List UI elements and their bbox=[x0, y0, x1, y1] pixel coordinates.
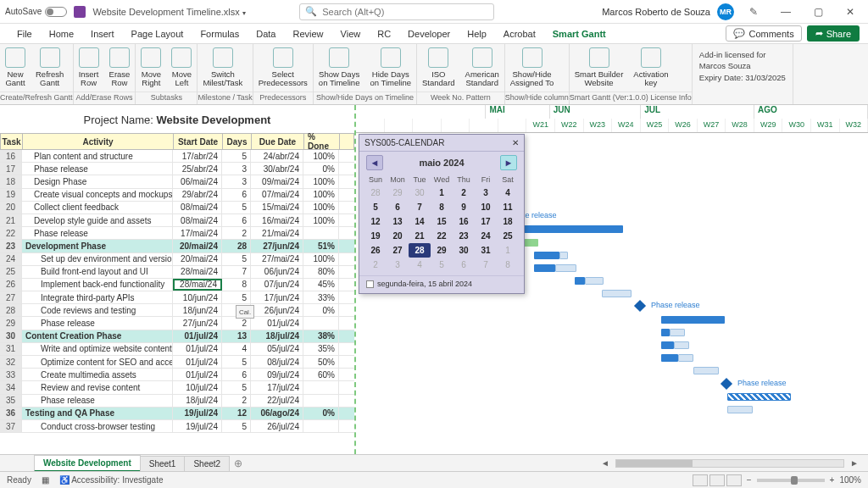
menu-tab-file[interactable]: File bbox=[8, 25, 41, 42]
table-row[interactable]: 28Code reviews and testing18/jun/24626/j… bbox=[0, 304, 354, 317]
calendar-day[interactable]: 19 bbox=[364, 229, 387, 243]
gantt-bar[interactable] bbox=[534, 252, 559, 259]
calendar-day[interactable]: 28 bbox=[409, 243, 431, 258]
filename[interactable]: Website Development Timeline.xlsx▾ bbox=[92, 7, 245, 17]
table-row[interactable]: 36Testing and QA Phase19/jul/241206/ago/… bbox=[0, 408, 354, 420]
menu-tab-data[interactable]: Data bbox=[248, 25, 284, 42]
calendar-day[interactable]: 26 bbox=[364, 243, 387, 258]
calendar-day[interactable]: 8 bbox=[431, 200, 453, 214]
col-days[interactable]: Days bbox=[223, 134, 252, 149]
menu-tab-formulas[interactable]: Formulas bbox=[192, 25, 248, 42]
autosave-toggle[interactable]: AutoSave bbox=[5, 7, 67, 17]
table-row[interactable]: 18Design Phase06/mai/24309/mai/24100% bbox=[0, 175, 354, 188]
calendar-day[interactable]: 3 bbox=[475, 186, 497, 200]
ribbon-iso[interactable]: ISOStandard bbox=[417, 46, 460, 92]
calendar-day[interactable]: 13 bbox=[387, 214, 409, 229]
gantt-bar[interactable] bbox=[678, 354, 693, 362]
calendar-day[interactable]: 6 bbox=[453, 258, 475, 272]
gantt-bar[interactable] bbox=[693, 367, 719, 374]
ribbon-move[interactable]: MoveRight bbox=[136, 46, 166, 92]
calendar-day[interactable]: 8 bbox=[497, 258, 519, 272]
milestone-icon[interactable] bbox=[721, 377, 732, 389]
ribbon-refresh[interactable]: RefreshGantt bbox=[31, 46, 69, 92]
table-row[interactable]: 21Develop style guide and assets08/mai/2… bbox=[0, 214, 354, 227]
col-due[interactable]: Due Date bbox=[252, 134, 304, 149]
menu-tab-home[interactable]: Home bbox=[41, 25, 82, 42]
table-row[interactable]: 16Plan content and structure17/abr/24524… bbox=[0, 150, 354, 163]
ribbon-switch[interactable]: SwitchMilest/Task bbox=[198, 46, 248, 92]
gantt-bar[interactable] bbox=[661, 329, 670, 336]
ribbon-erase[interactable]: EraseRow bbox=[104, 46, 136, 92]
gantt-bar[interactable] bbox=[513, 225, 623, 233]
calendar-day[interactable]: 30 bbox=[453, 243, 475, 258]
table-row[interactable]: 20Collect client feedback08/mai/24515/ma… bbox=[0, 202, 354, 214]
calendar-day[interactable]: 30 bbox=[409, 186, 431, 200]
calendar-day[interactable]: 22 bbox=[431, 229, 453, 243]
calendar-day[interactable]: 25 bbox=[497, 229, 519, 243]
menu-tab-page-layout[interactable]: Page Layout bbox=[123, 25, 192, 42]
calendar-button[interactable]: Cal. bbox=[236, 305, 254, 319]
calendar-day[interactable]: 23 bbox=[453, 229, 475, 243]
gantt-bar[interactable] bbox=[727, 406, 753, 413]
calendar-day[interactable]: 7 bbox=[475, 258, 497, 272]
ribbon-select[interactable]: SelectPredecessors bbox=[253, 46, 313, 92]
share-button[interactable]: ➦ Share bbox=[807, 25, 860, 42]
calendar-day[interactable]: 2 bbox=[453, 186, 475, 200]
table-row[interactable]: 29Phase release27/jun/24201/jul/24 bbox=[0, 317, 354, 330]
ribbon-mode-icon[interactable]: ✎ bbox=[741, 3, 766, 21]
ribbon-american[interactable]: AmericanStandard bbox=[460, 46, 504, 92]
gantt-bar[interactable] bbox=[602, 290, 632, 297]
calendar-day[interactable]: 16 bbox=[453, 214, 475, 229]
calendar-day[interactable]: 2 bbox=[364, 258, 387, 272]
ribbon-hide-days[interactable]: Hide Dayson Timeline bbox=[364, 46, 416, 92]
calendar-day[interactable]: 31 bbox=[475, 243, 497, 258]
calendar-day[interactable]: 15 bbox=[431, 214, 453, 229]
search-input[interactable]: 🔍 Search (Alt+Q) bbox=[299, 3, 494, 20]
scroll-right-icon[interactable]: ► bbox=[849, 458, 860, 468]
calendar-day[interactable]: 4 bbox=[409, 258, 431, 272]
ribbon-new[interactable]: NewGantt bbox=[0, 46, 31, 92]
table-row[interactable]: 31Write and optimize website content01/j… bbox=[0, 343, 354, 356]
horizontal-scroll[interactable]: ◄ ► bbox=[600, 458, 868, 468]
table-row[interactable]: 17Phase release25/abr/24330/abr/240% bbox=[0, 163, 354, 175]
prev-month-button[interactable]: ◄ bbox=[366, 155, 383, 170]
sheet-tab[interactable]: Website Development bbox=[34, 455, 141, 472]
gantt-bar[interactable] bbox=[534, 264, 555, 272]
table-row[interactable]: 22Phase release17/mai/24221/mai/24 bbox=[0, 227, 354, 240]
accessibility-status[interactable]: ♿ Accessibility: Investigate bbox=[59, 475, 164, 485]
menu-tab-acrobat[interactable]: Acrobat bbox=[495, 25, 544, 42]
calendar-day[interactable]: 29 bbox=[431, 243, 453, 258]
calendar-day[interactable]: 5 bbox=[431, 258, 453, 272]
calendar-day[interactable]: 21 bbox=[409, 229, 431, 243]
toggle-switch[interactable] bbox=[45, 7, 67, 17]
macro-icon[interactable]: ▦ bbox=[42, 475, 49, 485]
col-done[interactable]: % Done bbox=[304, 134, 340, 149]
table-row[interactable]: 23Development Phase20/mai/242827/jun/245… bbox=[0, 240, 354, 252]
ribbon-activation[interactable]: Activationkey bbox=[628, 46, 673, 92]
minimize-button[interactable]: — bbox=[773, 3, 798, 21]
checkbox[interactable] bbox=[366, 280, 374, 288]
ribbon-insert[interactable]: InsertRow bbox=[74, 46, 104, 92]
table-row[interactable]: 34Review and revise content10/jul/24517/… bbox=[0, 381, 354, 394]
comments-button[interactable]: 💬 Comments bbox=[726, 25, 801, 42]
scroll-left-icon[interactable]: ◄ bbox=[600, 458, 610, 468]
col-task[interactable]: Task bbox=[1, 134, 23, 149]
calendar-day[interactable]: 5 bbox=[364, 200, 387, 214]
calendar-day[interactable]: 6 bbox=[387, 200, 409, 214]
gantt-bar[interactable] bbox=[661, 341, 674, 349]
gantt-bar[interactable] bbox=[727, 393, 791, 401]
table-row[interactable]: 30Content Creation Phase01/jul/241318/ju… bbox=[0, 330, 354, 343]
milestone-icon[interactable] bbox=[634, 300, 646, 312]
menu-tab-rc[interactable]: RC bbox=[369, 25, 399, 42]
ribbon-smart-builder[interactable]: Smart BuilderWebsite bbox=[570, 46, 629, 92]
zoom-slider[interactable] bbox=[757, 479, 825, 482]
menu-tab-review[interactable]: Review bbox=[284, 25, 331, 42]
gantt-bar[interactable] bbox=[674, 341, 689, 349]
calendar-day[interactable]: 7 bbox=[409, 200, 431, 214]
calendar-day[interactable]: 1 bbox=[431, 186, 453, 200]
gantt-bar[interactable] bbox=[670, 329, 685, 336]
gantt-bar[interactable] bbox=[661, 354, 678, 362]
menu-tab-view[interactable]: View bbox=[332, 25, 370, 42]
calendar-day[interactable]: 28 bbox=[364, 186, 387, 200]
sheet-tab[interactable]: Sheet1 bbox=[140, 456, 186, 471]
